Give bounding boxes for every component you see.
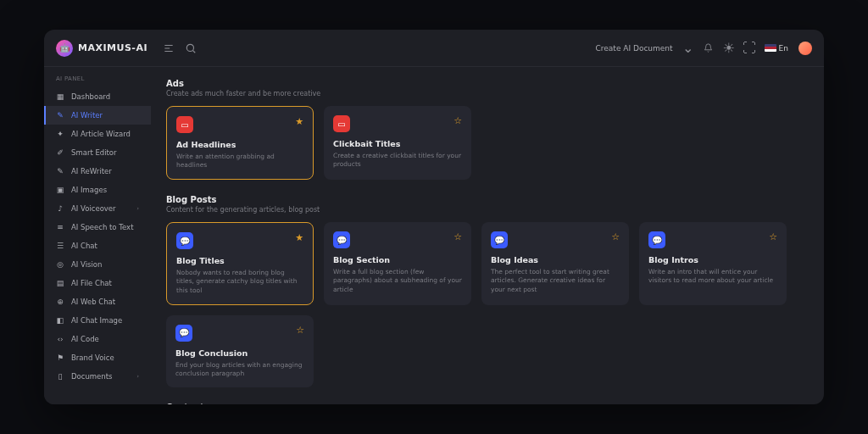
- card-description: Write an attention grabbing ad headlines: [176, 153, 303, 170]
- sidebar-icon: ✦: [56, 130, 64, 138]
- header-left-tools: [163, 42, 197, 54]
- star-icon[interactable]: ★: [295, 232, 303, 243]
- sidebar-item-label: Documents: [71, 372, 112, 381]
- card-blog-conclusion[interactable]: 💬 ☆ Blog Conclusion End your blog articl…: [166, 315, 314, 387]
- sidebar-item-ai-web-chat[interactable]: ⊕AI Web Chat: [44, 292, 151, 311]
- sidebar-icon: ‹›: [56, 335, 64, 343]
- card-header: 💬 ☆: [648, 231, 777, 248]
- sidebar-icon: ◎: [56, 260, 64, 269]
- section-description: Content for the generating articles, blo…: [166, 206, 809, 214]
- star-icon[interactable]: ☆: [453, 231, 462, 242]
- chevron-down-icon[interactable]: ⌄: [683, 43, 693, 53]
- chevron-right-icon: ›: [136, 373, 139, 380]
- avatar[interactable]: [798, 42, 812, 55]
- card-description: The perfect tool to start writing great …: [491, 268, 620, 293]
- card-grid: 💬 ★ Blog Titles Nobody wants to read bor…: [166, 222, 809, 387]
- card-header: 💬 ☆: [333, 231, 462, 248]
- sidebar-icon: ⚑: [56, 353, 64, 362]
- header: 🤖 MAXIMUS-AI Create AI Document ⌄ ☀ ⛶ En: [44, 30, 824, 67]
- card-header: ▭ ★: [176, 116, 303, 133]
- sidebar-item-label: AI Speech to Text: [71, 223, 133, 231]
- sidebar-icon: ✐: [56, 148, 64, 157]
- sidebar-icon: ◧: [56, 316, 64, 325]
- header-right: Create AI Document ⌄ ☀ ⛶ En: [596, 42, 812, 55]
- card-description: Create a creative clickbait titles for y…: [333, 152, 462, 169]
- sidebar-item-label: AI Code: [71, 335, 99, 343]
- card-icon: 💬: [333, 231, 350, 248]
- theme-icon[interactable]: ☀: [724, 43, 734, 53]
- card-header: 💬 ☆: [491, 231, 620, 248]
- sidebar-icon: ≡: [56, 223, 64, 231]
- card-clickbait-titles[interactable]: ▭ ☆ Clickbait Titles Create a creative c…: [324, 106, 471, 180]
- sidebar-item-label: AI Chat Image: [71, 316, 122, 325]
- sidebar-icon: ▯: [56, 372, 64, 381]
- sidebar-item-ai-writer[interactable]: ✎AI Writer: [44, 106, 151, 125]
- card-description: Nobody wants to read boring blog titles,…: [176, 269, 303, 294]
- body: AI PANEL ▦Dashboard✎AI Writer✦AI Article…: [44, 67, 824, 404]
- sidebar-item-ai-chat-image[interactable]: ◧AI Chat Image: [44, 311, 151, 330]
- sidebar-item-ai-file-chat[interactable]: ▤AI File Chat: [44, 274, 151, 292]
- card-title: Blog Intros: [648, 255, 777, 264]
- sidebar-icon: ▦: [56, 92, 64, 101]
- card-blog-intros[interactable]: 💬 ☆ Blog Intros Write an intro that will…: [639, 222, 787, 304]
- card-title: Ad Headlines: [176, 140, 303, 149]
- sidebar-icon: ▤: [56, 279, 64, 287]
- sidebar-item-dashboard[interactable]: ▦Dashboard: [44, 87, 151, 106]
- section-description: Create ads much faster and be more creat…: [166, 90, 809, 97]
- card-title: Blog Titles: [176, 256, 303, 265]
- card-ad-headlines[interactable]: ▭ ★ Ad Headlines Write an attention grab…: [166, 106, 314, 180]
- card-blog-titles[interactable]: 💬 ★ Blog Titles Nobody wants to read bor…: [166, 222, 314, 304]
- fullscreen-icon[interactable]: ⛶: [744, 43, 754, 53]
- card-blog-section[interactable]: 💬 ☆ Blog Section Write a full blog secti…: [324, 222, 471, 304]
- logo-text: MAXIMUS-AI: [78, 42, 147, 53]
- menu-toggle-icon[interactable]: [163, 42, 175, 54]
- logo[interactable]: 🤖 MAXIMUS-AI: [56, 40, 156, 57]
- sidebar-item-label: Brand Voice: [71, 353, 114, 362]
- card-blog-ideas[interactable]: 💬 ☆ Blog Ideas The perfect tool to start…: [481, 222, 629, 304]
- sidebar-item-documents[interactable]: ▯Documents›: [44, 367, 151, 386]
- sidebar-icon: ▣: [56, 186, 64, 194]
- sidebar-item-smart-editor[interactable]: ✐Smart Editor: [44, 143, 151, 162]
- star-icon[interactable]: ☆: [611, 231, 620, 242]
- sidebar-item-ai-speech-to-text[interactable]: ≡AI Speech to Text: [44, 218, 151, 236]
- card-description: End your blog articles with an engaging …: [175, 361, 304, 378]
- sidebar-icon: ☰: [56, 242, 64, 250]
- star-icon[interactable]: ☆: [296, 325, 304, 336]
- language-label: En: [779, 44, 788, 53]
- card-title: Blog Section: [333, 255, 462, 264]
- sidebar-item-ai-article-wizard[interactable]: ✦AI Article Wizard: [44, 125, 151, 143]
- sidebar-item-ai-code[interactable]: ‹›AI Code: [44, 330, 151, 348]
- sidebar-item-label: AI Article Wizard: [71, 130, 131, 138]
- sidebar-item-label: AI Vision: [71, 260, 102, 269]
- section-ads: Ads Create ads much faster and be more c…: [166, 79, 809, 180]
- sidebar-item-label: AI ReWriter: [71, 167, 112, 175]
- sidebar-icon: ⊕: [56, 298, 64, 306]
- sidebar-item-ai-chat[interactable]: ☰AI Chat: [44, 236, 151, 255]
- sidebar-item-label: Dashboard: [71, 92, 110, 101]
- search-icon[interactable]: [185, 42, 197, 54]
- sidebar-item-ai-images[interactable]: ▣AI Images: [44, 181, 151, 199]
- language-selector[interactable]: En: [765, 44, 788, 53]
- sidebar-item-label: AI File Chat: [71, 279, 112, 287]
- section-blog-posts: Blog Posts Content for the generating ar…: [166, 195, 809, 387]
- sidebar-item-label: AI Voiceover: [71, 204, 116, 213]
- star-icon[interactable]: ★: [295, 116, 303, 127]
- card-header: ▭ ☆: [333, 115, 462, 132]
- bell-icon[interactable]: [704, 43, 714, 53]
- card-icon: 💬: [491, 231, 508, 248]
- sidebar-item-label: AI Images: [71, 186, 107, 194]
- star-icon[interactable]: ☆: [769, 231, 777, 242]
- section-contents: Contents Tools for writing creatives for…: [166, 403, 809, 404]
- card-header: 💬 ☆: [175, 325, 304, 342]
- card-header: 💬 ★: [176, 232, 303, 249]
- sidebar-item-ai-vision[interactable]: ◎AI Vision: [44, 255, 151, 274]
- star-icon[interactable]: ☆: [453, 115, 462, 126]
- create-document-button[interactable]: Create AI Document: [596, 44, 673, 53]
- card-title: Blog Conclusion: [175, 348, 304, 358]
- sidebar-item-ai-voiceover[interactable]: ♪AI Voiceover›: [44, 199, 151, 218]
- sidebar-item-label: AI Web Chat: [71, 298, 115, 306]
- sidebar-item-brand-voice[interactable]: ⚑Brand Voice: [44, 348, 151, 367]
- sidebar-heading: AI PANEL: [44, 75, 151, 87]
- sidebar-item-ai-rewriter[interactable]: ✎AI ReWriter: [44, 162, 151, 181]
- card-description: Write an intro that will entice your vis…: [648, 268, 777, 285]
